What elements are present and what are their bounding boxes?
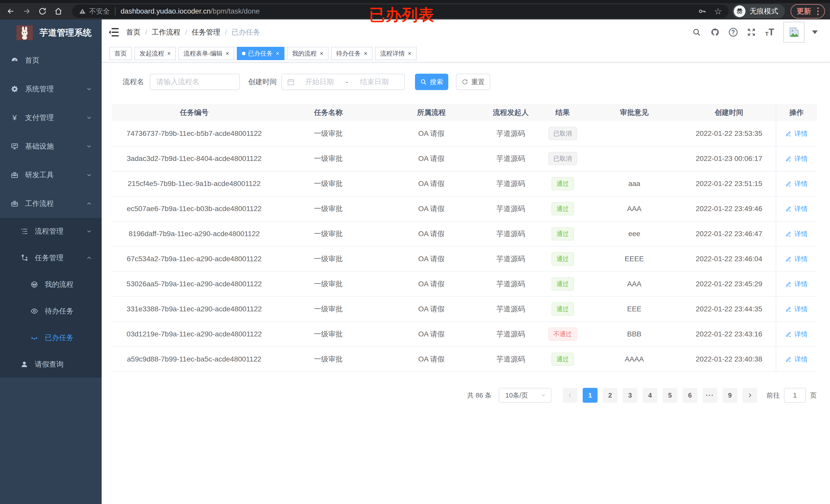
page-number-button[interactable]: 6 [682, 388, 697, 403]
sidebar-item-system[interactable]: 系统管理 [0, 75, 102, 103]
bookmark-star-icon[interactable]: ☆ [714, 7, 722, 15]
close-icon[interactable]: × [276, 51, 279, 57]
search-button[interactable]: 搜索 [415, 74, 448, 90]
logo[interactable]: 芋道管理系统 [0, 20, 102, 46]
table-row[interactable]: 8196daff-7b9a-11ec-a290-acde48001122 一级审… [112, 222, 817, 247]
sidebar-item-my-process[interactable]: 我的流程 [0, 271, 102, 298]
tag-my-process[interactable]: 我的流程× [287, 47, 328, 60]
page-ellipsis-button[interactable]: ··· [703, 388, 717, 403]
url-text[interactable]: dashboard.yudao.iocoder.cn/bpm/task/done [121, 7, 260, 15]
sidebar-item-devtools[interactable]: 研发工具 [0, 161, 102, 189]
tag-start-process[interactable]: 发起流程× [134, 47, 176, 60]
goto-page-input[interactable] [784, 388, 806, 403]
table-row[interactable]: 3adac3d2-7b9d-11ec-8404-acde48001122 一级审… [112, 146, 817, 171]
detail-button[interactable]: 详情 [785, 280, 808, 289]
page-number-button[interactable]: 1 [583, 388, 598, 403]
table-row[interactable]: ec507ae6-7b9a-11ec-b03b-acde48001122 一级审… [112, 197, 817, 222]
breadcrumb: 首页 / 工作流程 / 任务管理 / 已办任务 [126, 27, 260, 37]
page-number-button[interactable]: 9 [723, 388, 737, 403]
sidebar-item-done-tasks[interactable]: 已办任务 [0, 325, 102, 351]
prev-page-button[interactable] [563, 388, 578, 403]
table-row[interactable]: 74736737-7b9b-11ec-b5b7-acde48001122 一级审… [112, 121, 817, 146]
sidebar-item-payment[interactable]: ¥ 支付管理 [0, 103, 102, 132]
cell-task-name: 一级审批 [277, 279, 380, 289]
detail-button[interactable]: 详情 [785, 230, 808, 238]
avatar[interactable] [784, 22, 804, 43]
close-icon[interactable]: × [320, 51, 323, 57]
sidebar-item-task-mgmt[interactable]: 任务管理 [0, 244, 102, 271]
tag-form-edit[interactable]: 流程表单-编辑× [179, 47, 234, 60]
close-icon[interactable]: × [167, 51, 171, 57]
update-button[interactable]: 更新 [791, 4, 825, 19]
detail-button[interactable]: 详情 [785, 330, 808, 339]
end-date-placeholder[interactable]: 结束日期 [350, 77, 399, 87]
back-icon[interactable] [5, 6, 17, 17]
home-icon[interactable] [53, 6, 64, 17]
cell-starter: 芋道源码 [483, 254, 539, 264]
total-count: 共 86 条 [467, 391, 491, 400]
sidebar-item-process-mgmt[interactable]: 流程管理 [0, 218, 102, 244]
cell-task-id: 67c534a2-7b9a-11ec-a290-acde48001122 [112, 255, 277, 263]
tag-done-tasks[interactable]: 已办任务× [237, 47, 284, 60]
font-size-icon[interactable]: TT [765, 28, 774, 37]
fullscreen-icon[interactable] [747, 28, 756, 37]
table-row[interactable]: 331e3388-7b9a-11ec-a290-acde48001122 一级审… [112, 297, 817, 322]
detail-button[interactable]: 详情 [785, 355, 808, 364]
detail-button[interactable]: 详情 [785, 179, 808, 188]
breadcrumb-item[interactable]: 任务管理 [192, 27, 220, 37]
tag-process-detail[interactable]: 流程详情× [375, 47, 417, 60]
page-number-button[interactable]: 4 [643, 388, 658, 403]
detail-button[interactable]: 详情 [785, 204, 808, 213]
breadcrumb-item[interactable]: 工作流程 [152, 27, 181, 37]
github-icon[interactable] [710, 28, 720, 37]
cell-result: 通过 [539, 177, 586, 190]
forward-icon[interactable] [21, 6, 32, 17]
search-icon[interactable] [692, 28, 701, 37]
table-row[interactable]: a59c9d88-7b99-11ec-ba5c-acde48001122 一级审… [112, 347, 817, 372]
page-number-button[interactable]: 2 [603, 388, 617, 403]
chevron-down-icon [86, 228, 92, 235]
sidebar-item-leave-query[interactable]: 请假查询 [0, 351, 102, 378]
table-row[interactable]: 53026aa5-7b9a-11ec-a290-acde48001122 一级审… [112, 272, 817, 297]
sidebar-item-label: 待办任务 [45, 306, 73, 316]
key-icon[interactable] [698, 7, 707, 15]
cell-process: OA 请假 [380, 179, 483, 189]
breadcrumb-item[interactable]: 首页 [126, 27, 140, 37]
sidebar-item-infra[interactable]: 基础设施 [0, 132, 102, 161]
next-page-button[interactable] [742, 388, 757, 403]
help-icon[interactable]: ? [729, 28, 738, 37]
reload-icon[interactable] [37, 6, 48, 17]
sidebar-item-todo-tasks[interactable]: 待办任务 [0, 298, 102, 325]
toolbox-icon [10, 171, 19, 179]
page-size-select[interactable]: 10条/页 [499, 388, 551, 403]
tag-home[interactable]: 首页 [109, 47, 132, 60]
result-badge: 已取消 [548, 152, 577, 165]
process-name-input[interactable] [150, 74, 240, 90]
date-range-picker[interactable]: 开始日期 - 结束日期 [281, 74, 405, 90]
cell-process: OA 请假 [380, 129, 483, 138]
table-row[interactable]: 03d1219e-7b9a-11ec-a290-acde48001122 一级审… [112, 322, 817, 347]
sidebar-item-home[interactable]: 首页 [0, 46, 102, 75]
tag-todo-tasks[interactable]: 待办任务× [331, 47, 373, 60]
close-icon[interactable]: × [408, 51, 411, 57]
detail-button[interactable]: 详情 [785, 255, 808, 264]
reset-button[interactable]: 重置 [456, 74, 490, 90]
active-dot [242, 52, 246, 55]
security-label[interactable]: 不安全 [89, 7, 110, 16]
table-row[interactable]: 67c534a2-7b9a-11ec-a290-acde48001122 一级审… [112, 247, 817, 272]
page-number-button[interactable]: 5 [663, 388, 677, 403]
sidebar-item-workflow[interactable]: 工作流程 [0, 189, 102, 218]
table-row[interactable]: 215cf4e5-7b9b-11ec-9a1b-acde48001122 一级审… [112, 171, 817, 197]
close-icon[interactable]: × [226, 51, 229, 57]
start-date-placeholder[interactable]: 开始日期 [295, 77, 344, 87]
caret-down-icon[interactable] [812, 30, 818, 34]
detail-button[interactable]: 详情 [785, 154, 808, 163]
page-number-button[interactable]: 3 [622, 388, 637, 403]
browser-menu-icon[interactable] [817, 7, 819, 15]
sidebar-fold-icon[interactable] [108, 27, 120, 37]
sidebar-item-label: 请假查询 [35, 360, 63, 369]
close-icon[interactable]: × [364, 51, 368, 57]
detail-button[interactable]: 详情 [785, 305, 808, 314]
detail-button[interactable]: 详情 [785, 129, 808, 138]
workflow-submenu: 流程管理 任务管理 我的流程 待办任务 已办 [0, 218, 102, 378]
